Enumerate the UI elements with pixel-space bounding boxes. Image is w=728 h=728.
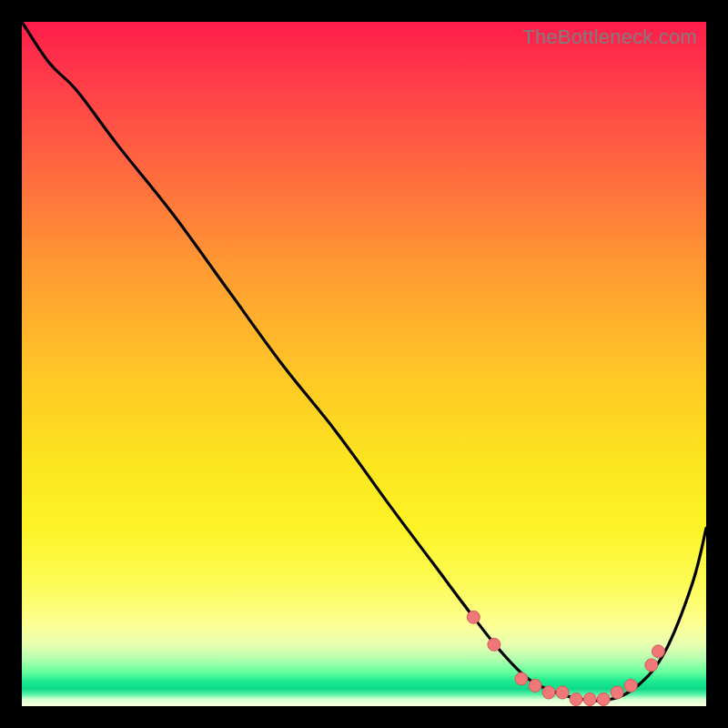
curve-marker	[645, 659, 658, 672]
chart-frame: TheBottleneck.com	[0, 0, 728, 728]
curve-markers	[467, 611, 664, 705]
curve-svg	[22, 22, 706, 706]
curve-marker	[570, 693, 582, 705]
curve-marker	[624, 679, 637, 692]
curve-marker	[542, 686, 555, 699]
curve-marker	[529, 679, 541, 692]
curve-marker	[467, 611, 480, 623]
curve-marker	[556, 686, 569, 699]
watermark-text: TheBottleneck.com	[522, 25, 697, 49]
curve-marker	[611, 686, 623, 699]
curve-marker	[583, 693, 596, 705]
curve-marker	[597, 693, 610, 705]
curve-marker	[652, 645, 664, 658]
plot-area: TheBottleneck.com	[22, 22, 706, 706]
curve-marker	[488, 638, 500, 651]
bottleneck-curve	[22, 22, 706, 701]
curve-marker	[515, 672, 528, 685]
